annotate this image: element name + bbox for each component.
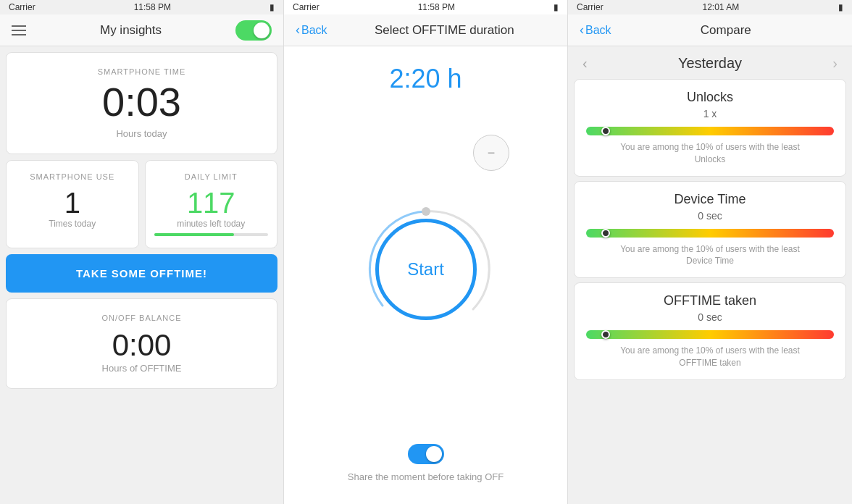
next-date-button[interactable]: › (832, 55, 838, 72)
device-time-bar-dot (601, 229, 610, 238)
battery-label-2: ▮ (554, 2, 559, 12)
device-time-bar-wrap (586, 229, 834, 238)
date-nav: ‹ Yesterday › (568, 46, 852, 75)
compare-card-device-time: Device Time 0 sec You are among the 10% … (574, 181, 846, 279)
nav-bar-1: My insights (0, 14, 283, 46)
device-time-desc: You are among the 10% of users with the … (586, 243, 834, 268)
balance-label: ON/OFF BALANCE (21, 314, 262, 322)
minus-icon: − (488, 146, 496, 161)
smartphone-time-label: SMARTPHONE TIME (21, 67, 262, 76)
smartphone-time-card: SMARTPHONE TIME 0:03 Hours today (6, 52, 277, 154)
back-button-2[interactable]: ‹ Back (296, 22, 327, 38)
hamburger-menu[interactable] (12, 25, 26, 35)
back-chevron-3: ‹ (580, 22, 584, 38)
back-chevron-2: ‹ (296, 22, 300, 38)
compare-card-offtime: OFFTIME taken 0 sec You are among the 10… (574, 282, 846, 380)
balance-value: 0:00 (21, 328, 262, 363)
back-button-3[interactable]: ‹ Back (580, 22, 611, 38)
nav-bar-2: ‹ Back Select OFFTIME duration (284, 14, 567, 46)
compare-card-unlocks: Unlocks 1 x You are among the 10% of use… (574, 79, 846, 177)
nav-bar-3: ‹ Back Compare (568, 14, 852, 46)
carrier-label-1: Carrier (9, 2, 36, 12)
daily-limit-card: DAILY LIMIT 117 minutes left today (145, 160, 278, 248)
start-button[interactable]: Start (375, 219, 477, 320)
panel-my-insights: Carrier 11:58 PM ▮ My insights SMARTPHON… (0, 0, 284, 504)
daily-limit-value: 117 (154, 187, 269, 219)
share-row: Share the moment before taking OFF (284, 432, 567, 504)
offtime-taken-desc: You are among the 10% of users with the … (586, 345, 834, 369)
prev-date-button[interactable]: ‹ (582, 55, 588, 72)
share-label: Share the moment before taking OFF (348, 471, 504, 482)
smartphone-use-sub: Times today (15, 219, 130, 229)
daily-limit-progress (154, 233, 269, 236)
balance-sub: Hours of OFFTIME (21, 363, 262, 374)
start-label: Start (407, 259, 444, 280)
smartphone-use-value: 1 (15, 187, 130, 219)
unlocks-title: Unlocks (586, 90, 834, 105)
carrier-label-3: Carrier (577, 2, 604, 12)
unlocks-value: 1 x (586, 108, 834, 119)
share-toggle[interactable] (408, 444, 444, 464)
panel-compare: Carrier 12:01 AM ▮ ‹ Back Compare ‹ Yest… (568, 0, 852, 504)
nav-title-2: Select OFFTIME duration (333, 23, 556, 38)
nav-title-3: Compare (611, 23, 840, 38)
timer-area: Start − (284, 106, 567, 432)
smartphone-use-card: SMARTPHONE USE 1 Times today (6, 160, 139, 248)
status-bar-3: Carrier 12:01 AM ▮ (568, 0, 852, 14)
offtime-taken-title: OFFTIME taken (586, 293, 834, 308)
unlocks-bar-dot (601, 127, 610, 135)
compare-scroll-area: Unlocks 1 x You are among the 10% of use… (568, 75, 852, 504)
svg-point-0 (422, 207, 430, 216)
duration-display: 2:20 h (284, 46, 567, 106)
smartphone-time-value: 0:03 (21, 82, 262, 122)
back-label-2: Back (301, 24, 327, 37)
device-time-gradient-bar (586, 229, 834, 238)
unlocks-desc: You are among the 10% of users with the … (586, 141, 834, 166)
take-offtime-button[interactable]: TAKE SOME OFFTIME! (6, 254, 277, 293)
battery-label-1: ▮ (270, 2, 275, 12)
smartphone-time-sub: Hours today (21, 128, 262, 139)
offtime-taken-value: 0 sec (586, 311, 834, 323)
battery-label-3: ▮ (838, 2, 843, 12)
status-bar-1: Carrier 11:58 PM ▮ (0, 0, 283, 14)
device-time-value: 0 sec (586, 210, 834, 222)
carrier-label-2: Carrier (293, 2, 320, 12)
status-bar-2: Carrier 11:58 PM ▮ (284, 0, 567, 14)
minus-button[interactable]: − (473, 135, 509, 171)
balance-card: ON/OFF BALANCE 0:00 Hours of OFFTIME (6, 298, 277, 389)
time-label-1: 11:58 PM (134, 2, 171, 12)
stats-row: SMARTPHONE USE 1 Times today DAILY LIMIT… (6, 160, 277, 248)
offtime-taken-bar-dot (601, 330, 610, 339)
back-label-3: Back (585, 24, 611, 37)
device-time-title: Device Time (586, 192, 834, 207)
daily-limit-sub: minutes left today (154, 219, 269, 229)
panel-offtime-duration: Carrier 11:58 PM ▮ ‹ Back Select OFFTIME… (284, 0, 568, 504)
unlocks-bar-wrap (586, 127, 834, 135)
offtime-taken-bar-wrap (586, 330, 834, 339)
daily-limit-fill (154, 233, 234, 236)
insights-toggle[interactable] (235, 20, 272, 41)
smartphone-use-label: SMARTPHONE USE (15, 172, 130, 181)
daily-limit-label: DAILY LIMIT (154, 172, 269, 181)
unlocks-gradient-bar (586, 127, 834, 135)
time-label-3: 12:01 AM (702, 2, 739, 12)
time-label-2: 11:58 PM (418, 2, 455, 12)
date-title: Yesterday (678, 55, 742, 72)
nav-title-1: My insights (100, 23, 162, 38)
offtime-taken-gradient-bar (586, 330, 834, 339)
